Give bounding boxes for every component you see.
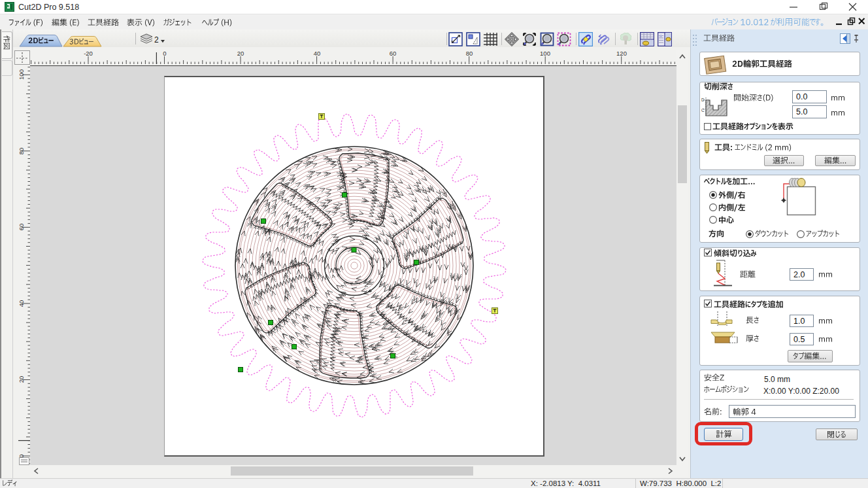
svg-text:60: 60 [18, 224, 25, 231]
svg-text:100: 100 [540, 50, 550, 57]
svg-text:80: 80 [18, 148, 25, 155]
svg-text:D: D [701, 97, 705, 102]
svg-text:20: 20 [18, 376, 25, 383]
svg-text:0: 0 [163, 50, 166, 57]
svg-text:120: 120 [616, 50, 627, 57]
svg-text:80: 80 [466, 50, 473, 57]
svg-text:C: C [701, 108, 705, 113]
svg-text:20: 20 [237, 50, 244, 57]
svg-text:40: 40 [314, 50, 321, 57]
svg-text:100: 100 [18, 69, 25, 80]
svg-text:60: 60 [390, 50, 397, 57]
svg-text:-20: -20 [84, 50, 93, 57]
svg-text:40: 40 [18, 300, 25, 307]
